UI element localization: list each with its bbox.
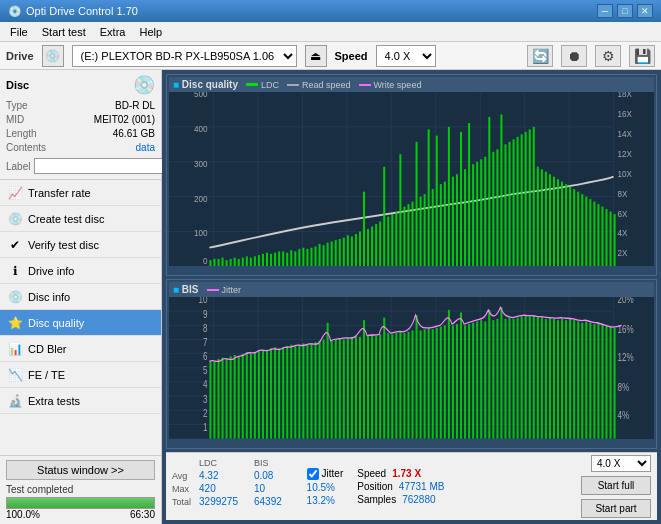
svg-rect-254: [468, 324, 470, 439]
top-chart-area: 500 400 300 200 100 0 18X 16X 14X 12X 10…: [169, 92, 654, 266]
maximize-button[interactable]: □: [617, 4, 633, 18]
type-value: BD-R DL: [115, 99, 155, 113]
status-text: Test completed: [6, 484, 155, 495]
top-chart-svg: 500 400 300 200 100 0 18X 16X 14X 12X 10…: [169, 92, 654, 266]
drive-select[interactable]: (E:) PLEXTOR BD-R PX-LB950SA 1.06: [72, 45, 297, 67]
svg-rect-90: [403, 207, 405, 267]
refresh-button[interactable]: 🔄: [527, 45, 553, 67]
nav-disc-info[interactable]: 💿 Disc info: [0, 284, 161, 310]
svg-rect-235: [391, 335, 393, 439]
record-button[interactable]: ⏺: [561, 45, 587, 67]
svg-rect-142: [614, 214, 616, 266]
svg-rect-280: [573, 321, 575, 439]
svg-text:9: 9: [203, 309, 208, 320]
nav-extra-tests[interactable]: 🔬 Extra tests: [0, 388, 161, 414]
svg-rect-263: [504, 319, 506, 439]
svg-text:500: 500: [194, 92, 207, 99]
svg-rect-81: [367, 229, 369, 266]
svg-text:12X: 12X: [618, 148, 632, 159]
nav-drive-info[interactable]: ℹ Drive info: [0, 258, 161, 284]
svg-rect-204: [266, 351, 268, 439]
start-part-button[interactable]: Start part: [581, 499, 651, 518]
minimize-button[interactable]: ─: [597, 4, 613, 18]
save-button[interactable]: 💾: [629, 45, 655, 67]
svg-text:100: 100: [194, 228, 207, 239]
svg-rect-199: [246, 353, 248, 439]
svg-rect-130: [565, 184, 567, 266]
svg-rect-55: [262, 254, 264, 266]
svg-text:4X: 4X: [618, 228, 628, 239]
jitter-label: Jitter: [322, 468, 344, 479]
nav-transfer-rate-label: Transfer rate: [28, 187, 91, 199]
svg-rect-91: [407, 204, 409, 266]
drive-icon-button[interactable]: 💿: [42, 45, 64, 67]
svg-rect-274: [549, 318, 551, 439]
cd-bler-icon: 📊: [8, 342, 22, 356]
svg-rect-122: [533, 127, 535, 266]
menu-file[interactable]: File: [4, 24, 34, 40]
menu-start-test[interactable]: Start test: [36, 24, 92, 40]
svg-text:0: 0: [203, 255, 207, 266]
speed-label: Speed: [335, 50, 368, 62]
svg-rect-272: [541, 318, 543, 439]
svg-rect-251: [456, 324, 458, 439]
nav-fe-te[interactable]: 📉 FE / TE: [0, 362, 161, 388]
length-value: 46.61 GB: [113, 127, 155, 141]
svg-rect-281: [577, 322, 579, 439]
svg-rect-236: [395, 333, 397, 439]
nav-create-test-disc[interactable]: 💿 Create test disc: [0, 206, 161, 232]
disc-label-input[interactable]: [34, 158, 167, 174]
app-icon: 💿: [8, 5, 22, 18]
speed-dropdown[interactable]: 4.0 X: [591, 455, 651, 472]
svg-rect-112: [492, 152, 494, 267]
status-window-button[interactable]: Status window >>: [6, 460, 155, 480]
svg-rect-243: [424, 330, 426, 439]
svg-rect-133: [577, 192, 579, 267]
svg-rect-56: [266, 253, 268, 267]
start-full-button[interactable]: Start full: [581, 476, 651, 495]
svg-rect-97: [432, 189, 434, 266]
svg-rect-50: [242, 258, 244, 267]
window-controls[interactable]: ─ □ ✕: [597, 4, 653, 18]
svg-rect-286: [597, 323, 599, 439]
svg-text:6: 6: [203, 352, 208, 363]
svg-rect-107: [472, 164, 474, 266]
svg-rect-120: [525, 132, 527, 267]
svg-rect-92: [412, 202, 414, 267]
nav-verify-test-disc[interactable]: ✔ Verify test disc: [0, 232, 161, 258]
menu-help[interactable]: Help: [133, 24, 168, 40]
speed-select[interactable]: 4.0 X: [376, 45, 436, 67]
contents-label: Contents: [6, 141, 46, 155]
svg-rect-283: [585, 322, 587, 439]
svg-rect-217: [319, 341, 321, 439]
svg-rect-114: [500, 114, 502, 266]
svg-rect-46: [226, 260, 228, 266]
disc-label-label: Label: [6, 161, 30, 172]
svg-rect-104: [460, 132, 462, 267]
nav-disc-quality[interactable]: ⭐ Disc quality: [0, 310, 161, 336]
settings-button[interactable]: ⚙: [595, 45, 621, 67]
svg-rect-71: [327, 243, 329, 267]
svg-text:12%: 12%: [618, 353, 634, 364]
menu-extra[interactable]: Extra: [94, 24, 132, 40]
nav-transfer-rate[interactable]: 📈 Transfer rate: [0, 180, 161, 206]
svg-rect-290: [614, 328, 616, 439]
close-button[interactable]: ✕: [637, 4, 653, 18]
svg-rect-221: [335, 340, 337, 439]
nav-create-test-disc-label: Create test disc: [28, 213, 104, 225]
progress-percent: 100.0%: [6, 509, 40, 520]
svg-rect-43: [213, 259, 215, 266]
svg-rect-239: [407, 332, 409, 439]
svg-rect-228: [363, 321, 365, 439]
avg-label: Avg: [172, 469, 199, 482]
svg-rect-207: [278, 349, 280, 439]
bottom-chart-panel: ■ BIS Jitter: [166, 279, 657, 449]
svg-rect-255: [472, 323, 474, 439]
svg-rect-54: [258, 255, 260, 266]
eject-button[interactable]: ⏏: [305, 45, 327, 67]
svg-rect-85: [383, 167, 385, 267]
nav-cd-bler[interactable]: 📊 CD Bler: [0, 336, 161, 362]
jitter-checkbox[interactable]: [307, 468, 319, 480]
svg-rect-289: [610, 327, 612, 439]
nav-drive-info-label: Drive info: [28, 265, 74, 277]
